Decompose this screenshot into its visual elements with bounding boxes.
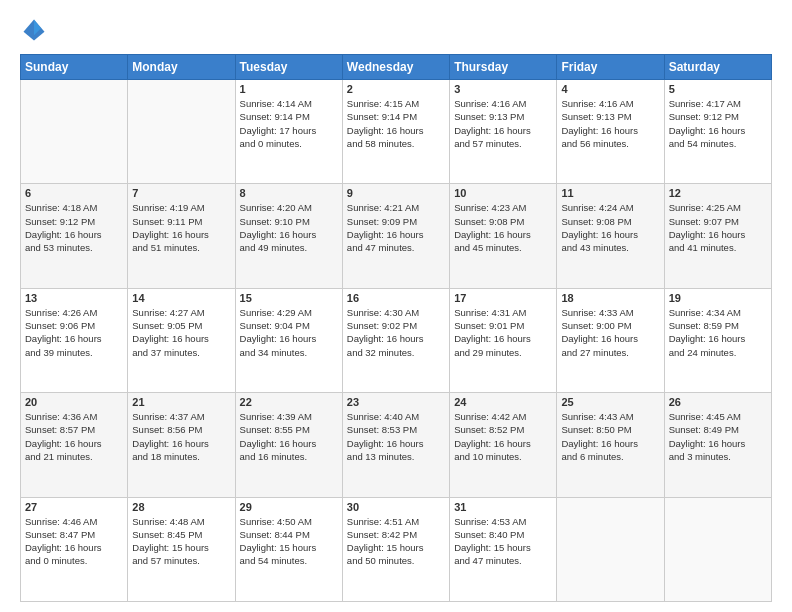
day-info-line: Sunrise: 4:42 AM bbox=[454, 410, 552, 423]
day-number: 11 bbox=[561, 187, 659, 199]
day-info-line: and 43 minutes. bbox=[561, 241, 659, 254]
day-info-line: Daylight: 16 hours bbox=[454, 437, 552, 450]
day-info-line: Daylight: 16 hours bbox=[132, 437, 230, 450]
day-info-line: Sunrise: 4:43 AM bbox=[561, 410, 659, 423]
day-number: 10 bbox=[454, 187, 552, 199]
day-info-line: and 10 minutes. bbox=[454, 450, 552, 463]
calendar-cell: 2Sunrise: 4:15 AMSunset: 9:14 PMDaylight… bbox=[342, 80, 449, 184]
day-info-line: and 58 minutes. bbox=[347, 137, 445, 150]
day-info-line: Sunrise: 4:18 AM bbox=[25, 201, 123, 214]
day-number: 17 bbox=[454, 292, 552, 304]
day-info-line: Sunset: 8:42 PM bbox=[347, 528, 445, 541]
day-number: 31 bbox=[454, 501, 552, 513]
day-info-line: Daylight: 16 hours bbox=[132, 228, 230, 241]
day-info-line: Daylight: 15 hours bbox=[132, 541, 230, 554]
calendar-day-header: Friday bbox=[557, 55, 664, 80]
day-info-line: Sunset: 8:47 PM bbox=[25, 528, 123, 541]
day-info-line: and 45 minutes. bbox=[454, 241, 552, 254]
calendar-day-header: Saturday bbox=[664, 55, 771, 80]
calendar-day-header: Monday bbox=[128, 55, 235, 80]
day-info-line: Sunrise: 4:39 AM bbox=[240, 410, 338, 423]
day-info-line: and 47 minutes. bbox=[347, 241, 445, 254]
calendar-cell: 26Sunrise: 4:45 AMSunset: 8:49 PMDayligh… bbox=[664, 393, 771, 497]
day-info-line: and 3 minutes. bbox=[669, 450, 767, 463]
day-info-line: Sunset: 8:49 PM bbox=[669, 423, 767, 436]
day-number: 8 bbox=[240, 187, 338, 199]
day-info-line: Sunset: 8:53 PM bbox=[347, 423, 445, 436]
day-info-line: Sunset: 9:08 PM bbox=[561, 215, 659, 228]
generalblue-logo-icon bbox=[20, 16, 48, 44]
day-info-line: Sunset: 9:12 PM bbox=[25, 215, 123, 228]
day-info-line: and 6 minutes. bbox=[561, 450, 659, 463]
calendar-cell: 16Sunrise: 4:30 AMSunset: 9:02 PMDayligh… bbox=[342, 288, 449, 392]
day-info-line: Sunrise: 4:27 AM bbox=[132, 306, 230, 319]
calendar-cell: 25Sunrise: 4:43 AMSunset: 8:50 PMDayligh… bbox=[557, 393, 664, 497]
day-info-line: Sunrise: 4:48 AM bbox=[132, 515, 230, 528]
calendar-cell: 8Sunrise: 4:20 AMSunset: 9:10 PMDaylight… bbox=[235, 184, 342, 288]
day-info-line: Daylight: 16 hours bbox=[669, 124, 767, 137]
calendar-cell: 23Sunrise: 4:40 AMSunset: 8:53 PMDayligh… bbox=[342, 393, 449, 497]
calendar-day-header: Tuesday bbox=[235, 55, 342, 80]
day-number: 18 bbox=[561, 292, 659, 304]
day-info-line: Sunrise: 4:36 AM bbox=[25, 410, 123, 423]
day-info-line: Sunrise: 4:20 AM bbox=[240, 201, 338, 214]
day-number: 12 bbox=[669, 187, 767, 199]
day-info-line: Sunset: 8:55 PM bbox=[240, 423, 338, 436]
calendar-cell: 17Sunrise: 4:31 AMSunset: 9:01 PMDayligh… bbox=[450, 288, 557, 392]
day-number: 7 bbox=[132, 187, 230, 199]
calendar-day-header: Wednesday bbox=[342, 55, 449, 80]
day-info-line: and 54 minutes. bbox=[669, 137, 767, 150]
day-info-line: Sunset: 9:10 PM bbox=[240, 215, 338, 228]
day-info-line: Sunset: 9:04 PM bbox=[240, 319, 338, 332]
day-info-line: Sunrise: 4:40 AM bbox=[347, 410, 445, 423]
day-info-line: Sunrise: 4:25 AM bbox=[669, 201, 767, 214]
day-info-line: Sunset: 8:57 PM bbox=[25, 423, 123, 436]
day-info-line: and 53 minutes. bbox=[25, 241, 123, 254]
calendar-cell: 12Sunrise: 4:25 AMSunset: 9:07 PMDayligh… bbox=[664, 184, 771, 288]
calendar-week-row: 6Sunrise: 4:18 AMSunset: 9:12 PMDaylight… bbox=[21, 184, 772, 288]
day-info-line: Sunset: 8:52 PM bbox=[454, 423, 552, 436]
calendar-cell: 5Sunrise: 4:17 AMSunset: 9:12 PMDaylight… bbox=[664, 80, 771, 184]
day-info-line: Sunset: 9:11 PM bbox=[132, 215, 230, 228]
day-number: 13 bbox=[25, 292, 123, 304]
day-info-line: Sunset: 9:01 PM bbox=[454, 319, 552, 332]
day-number: 5 bbox=[669, 83, 767, 95]
day-info-line: Sunrise: 4:21 AM bbox=[347, 201, 445, 214]
day-info-line: Sunset: 9:13 PM bbox=[561, 110, 659, 123]
day-info-line: Sunset: 8:50 PM bbox=[561, 423, 659, 436]
day-number: 23 bbox=[347, 396, 445, 408]
calendar-cell: 9Sunrise: 4:21 AMSunset: 9:09 PMDaylight… bbox=[342, 184, 449, 288]
day-info-line: Daylight: 15 hours bbox=[454, 541, 552, 554]
calendar-cell: 22Sunrise: 4:39 AMSunset: 8:55 PMDayligh… bbox=[235, 393, 342, 497]
day-info-line: Sunset: 9:08 PM bbox=[454, 215, 552, 228]
calendar-cell: 15Sunrise: 4:29 AMSunset: 9:04 PMDayligh… bbox=[235, 288, 342, 392]
day-info-line: and 21 minutes. bbox=[25, 450, 123, 463]
day-info-line: Sunset: 8:45 PM bbox=[132, 528, 230, 541]
day-info-line: and 32 minutes. bbox=[347, 346, 445, 359]
day-info-line: and 47 minutes. bbox=[454, 554, 552, 567]
day-info-line: Sunrise: 4:33 AM bbox=[561, 306, 659, 319]
calendar-cell: 11Sunrise: 4:24 AMSunset: 9:08 PMDayligh… bbox=[557, 184, 664, 288]
day-info-line: Sunrise: 4:19 AM bbox=[132, 201, 230, 214]
calendar-cell: 24Sunrise: 4:42 AMSunset: 8:52 PMDayligh… bbox=[450, 393, 557, 497]
calendar-cell: 1Sunrise: 4:14 AMSunset: 9:14 PMDaylight… bbox=[235, 80, 342, 184]
day-info-line: Daylight: 16 hours bbox=[240, 228, 338, 241]
day-info-line: and 49 minutes. bbox=[240, 241, 338, 254]
header bbox=[20, 16, 772, 44]
calendar-week-row: 13Sunrise: 4:26 AMSunset: 9:06 PMDayligh… bbox=[21, 288, 772, 392]
calendar-cell: 7Sunrise: 4:19 AMSunset: 9:11 PMDaylight… bbox=[128, 184, 235, 288]
day-info-line: Sunrise: 4:31 AM bbox=[454, 306, 552, 319]
day-number: 25 bbox=[561, 396, 659, 408]
day-info-line: Sunrise: 4:37 AM bbox=[132, 410, 230, 423]
day-info-line: Daylight: 16 hours bbox=[347, 228, 445, 241]
day-info-line: Sunrise: 4:23 AM bbox=[454, 201, 552, 214]
page: SundayMondayTuesdayWednesdayThursdayFrid… bbox=[0, 0, 792, 612]
day-info-line: Sunset: 8:56 PM bbox=[132, 423, 230, 436]
day-info-line: Daylight: 16 hours bbox=[347, 332, 445, 345]
calendar-table: SundayMondayTuesdayWednesdayThursdayFrid… bbox=[20, 54, 772, 602]
calendar-cell: 21Sunrise: 4:37 AMSunset: 8:56 PMDayligh… bbox=[128, 393, 235, 497]
calendar-cell: 4Sunrise: 4:16 AMSunset: 9:13 PMDaylight… bbox=[557, 80, 664, 184]
day-info-line: and 51 minutes. bbox=[132, 241, 230, 254]
day-info-line: Daylight: 16 hours bbox=[240, 332, 338, 345]
day-info-line: and 34 minutes. bbox=[240, 346, 338, 359]
